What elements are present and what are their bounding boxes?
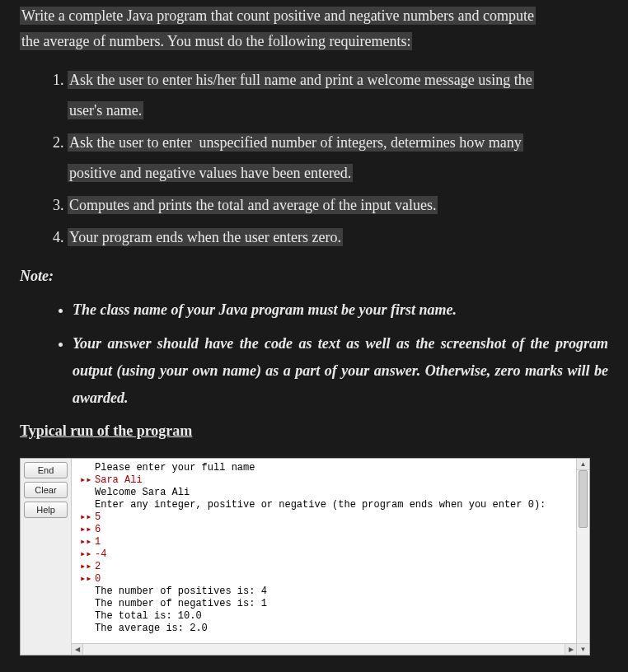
end-button[interactable]: End [24, 462, 68, 478]
scroll-up-icon[interactable]: ▲ [577, 459, 589, 470]
console-line: ▸▸2 [80, 561, 584, 573]
note-heading: Note: [20, 268, 608, 285]
console-line: ▸▸6 [80, 524, 584, 536]
console-line: The average is: 2.0 [80, 623, 584, 635]
prompt-arrow-icon: ▸▸ [80, 573, 95, 586]
requirements-list: Ask the user to enter his/her full name … [20, 65, 608, 252]
console-line: Enter any integer, positive or negative … [80, 499, 584, 511]
console-line: The total is: 10.0 [80, 610, 584, 623]
console-text: Enter any integer, positive or negative … [95, 499, 546, 511]
console-text: The average is: 2.0 [95, 623, 208, 634]
console-text: 1 [95, 536, 101, 548]
vertical-scrollbar[interactable]: ▲ ▼ [576, 459, 589, 655]
help-button[interactable]: Help [24, 502, 68, 518]
console-text: 5 [95, 511, 101, 523]
console-line: Please enter your full name [80, 462, 584, 474]
prompt-arrow-icon: ▸▸ [80, 524, 95, 536]
intro-line2: the average of numbers. You must do the … [20, 32, 412, 50]
prompt-arrow-icon: ▸▸ [80, 536, 95, 548]
console-text: The number of positives is: 4 [95, 586, 267, 597]
clear-button[interactable]: Clear [24, 482, 68, 498]
intro-paragraph: Write a complete Java program that count… [20, 0, 608, 54]
intro-line1: Write a complete Java program that count… [20, 7, 536, 25]
console-text: 0 [95, 573, 101, 585]
prompt-arrow-icon: ▸▸ [80, 561, 95, 573]
requirement-item: Your program ends when the user enters z… [68, 222, 608, 253]
section-title: Typical run of the program [20, 422, 608, 440]
console-text: The number of negatives is: 1 [95, 598, 267, 609]
console-line: Welcome Sara Ali [80, 487, 584, 499]
requirement-item: Ask the user to enter his/her full name … [68, 65, 608, 126]
console-line: ▸▸-4 [80, 548, 584, 561]
requirement-item: Ask the user to enter unspecified number… [68, 128, 608, 189]
prompt-arrow-icon: ▸▸ [80, 474, 95, 487]
console-line: ▸▸Sara Ali [80, 474, 584, 487]
console-line: ▸▸1 [80, 536, 584, 548]
note-item: Your answer should have the code as text… [73, 330, 608, 413]
console-output-area: Please enter your full name▸▸Sara Ali We… [72, 459, 589, 655]
console-line: ▸▸0 [80, 573, 584, 586]
scroll-left-icon[interactable]: ◀ [72, 644, 83, 655]
scroll-right-icon[interactable]: ▶ [565, 644, 576, 655]
horizontal-scrollbar[interactable]: ◀ ▶ [72, 643, 576, 655]
requirement-item: Computes and prints the total and averag… [68, 190, 608, 221]
console-text: Sara Ali [95, 474, 143, 486]
scroll-thumb[interactable] [579, 470, 588, 528]
console-line: The number of positives is: 4 [80, 586, 584, 598]
console-text: Welcome Sara Ali [95, 487, 190, 498]
console-output[interactable]: Please enter your full name▸▸Sara Ali We… [72, 459, 589, 655]
console-line: The number of negatives is: 1 [80, 598, 584, 610]
console-button-column: End Clear Help [21, 459, 72, 655]
console-text: 6 [95, 524, 101, 535]
scroll-down-icon[interactable]: ▼ [577, 643, 589, 655]
prompt-arrow-icon: ▸▸ [80, 548, 95, 561]
console-line: ▸▸5 [80, 511, 584, 524]
console-text: -4 [95, 548, 106, 560]
prompt-arrow-icon: ▸▸ [80, 511, 95, 524]
console-text: 2 [95, 561, 101, 572]
console-text: The total is: 10.0 [95, 610, 202, 622]
notes-list: The class name of your Java program must… [20, 296, 608, 413]
console-panel: End Clear Help Please enter your full na… [20, 458, 590, 656]
console-text: Please enter your full name [95, 462, 255, 474]
note-item: The class name of your Java program must… [73, 296, 608, 324]
